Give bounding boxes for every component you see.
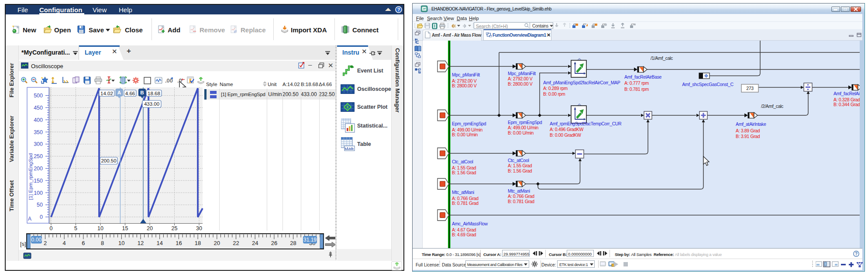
svg-text:Amf_facRelAir: Amf_facRelAir bbox=[834, 91, 860, 96]
svg-text:B: 2800.00 V: B: 2800.00 V bbox=[508, 81, 533, 86]
svg-text:0.00: 0.00 bbox=[31, 237, 42, 243]
svg-text:28: 28 bbox=[290, 240, 296, 246]
svg-text:18.68: 18.68 bbox=[148, 91, 160, 96]
svg-text:A: A bbox=[117, 90, 121, 95]
svg-text:Epm_rpmEngSpd: Epm_rpmEngSpd bbox=[508, 120, 542, 125]
svg-text:B: 0.00 GradKW: B: 0.00 GradKW bbox=[550, 132, 581, 138]
svg-text:100: 100 bbox=[34, 190, 43, 196]
svg-text:10: 10 bbox=[97, 225, 103, 232]
svg-text:B: 1.56 Grad: B: 1.56 Grad bbox=[452, 170, 476, 175]
svg-text:B: 2800.00 V: B: 2800.00 V bbox=[452, 83, 477, 88]
svg-text:B: 0.781 Grad: B: 0.781 Grad bbox=[452, 200, 479, 206]
svg-text:Mpc_pManiFilt: Mpc_pManiFilt bbox=[452, 72, 480, 77]
svg-text:Amc_AirMassFlow: Amc_AirMassFlow bbox=[452, 221, 488, 226]
svg-text:Ctc_atCool: Ctc_atCool bbox=[508, 158, 529, 163]
svg-text:/1/Amf_calc: /1/Amf_calc bbox=[651, 55, 673, 61]
svg-text:12: 12 bbox=[138, 240, 144, 246]
svg-text:Epm_rpmEngSpd: Epm_rpmEngSpd bbox=[452, 121, 486, 126]
svg-text:10: 10 bbox=[118, 240, 124, 246]
svg-text:400: 400 bbox=[34, 117, 43, 123]
svg-text:Amf_shcSpecGasConst_C: Amf_shcSpecGasConst_C bbox=[682, 82, 734, 87]
svg-text:14: 14 bbox=[156, 240, 162, 246]
svg-text:200.50: 200.50 bbox=[101, 158, 116, 163]
svg-text:A: 0.496 GradKW: A: 0.496 GradKW bbox=[550, 127, 583, 132]
svg-text:8: 8 bbox=[101, 240, 104, 246]
svg-text:Ctc_atCool: Ctc_atCool bbox=[452, 159, 473, 164]
svg-text:150: 150 bbox=[34, 178, 43, 184]
svg-text:A: 3.89 Grad: A: 3.89 Grad bbox=[736, 128, 760, 133]
svg-text:Amf_pManiEngSpd2facRelAirCorr_: Amf_pManiEngSpd2facRelAirCorr_MAP bbox=[543, 80, 620, 85]
svg-text:B: B bbox=[140, 90, 144, 95]
svg-text:Amf_atAirIntake: Amf_atAirIntake bbox=[736, 121, 766, 127]
svg-text:B: 0.00 U/min: B: 0.00 U/min bbox=[452, 132, 478, 137]
svg-text:300: 300 bbox=[34, 141, 43, 147]
svg-text:4: 4 bbox=[63, 240, 66, 246]
svg-text:[s]: [s] bbox=[20, 241, 26, 247]
svg-text:[1] Epm_rpmEngSpd: [1] Epm_rpmEngSpd bbox=[28, 153, 33, 200]
svg-text:B: 0.781 rpm: B: 0.781 rpm bbox=[624, 86, 649, 92]
svg-text:20: 20 bbox=[147, 225, 153, 232]
svg-text:24: 24 bbox=[252, 240, 258, 246]
svg-text:20: 20 bbox=[214, 240, 220, 246]
svg-text:2: 2 bbox=[44, 240, 47, 246]
svg-text:?: ? bbox=[855, 252, 858, 256]
svg-text:B: 4.69 Grad: B: 4.69 Grad bbox=[452, 232, 476, 237]
svg-text:5: 5 bbox=[74, 225, 77, 232]
svg-text:B: 0.00 U/min: B: 0.00 U/min bbox=[508, 130, 534, 135]
svg-text:B: 1.56 Grad: B: 1.56 Grad bbox=[508, 168, 532, 173]
svg-text:15: 15 bbox=[122, 225, 128, 232]
svg-text:200: 200 bbox=[34, 166, 43, 172]
svg-text:18: 18 bbox=[195, 240, 201, 246]
svg-text:22: 22 bbox=[233, 240, 239, 246]
svg-text:350: 350 bbox=[34, 129, 43, 135]
svg-text:450: 450 bbox=[34, 105, 43, 111]
svg-text:A: 0.289 rpm: A: 0.289 rpm bbox=[543, 86, 568, 91]
svg-text:0: 0 bbox=[50, 225, 53, 232]
svg-text:A: 0.766 Grad: A: 0.766 Grad bbox=[508, 194, 534, 199]
svg-text:A: A bbox=[28, 216, 31, 222]
svg-text:A: 499.00 U/min: A: 499.00 U/min bbox=[508, 125, 539, 130]
svg-text:Mpc_pManiFilt: Mpc_pManiFilt bbox=[508, 71, 536, 76]
svg-text:/2/Amf_calc: /2/Amf_calc bbox=[761, 104, 783, 109]
svg-text:26: 26 bbox=[271, 240, 277, 246]
svg-text:Amf_facRelAirBase: Amf_facRelAirBase bbox=[624, 74, 662, 79]
svg-text:Mtc_atMani: Mtc_atMani bbox=[452, 190, 474, 195]
svg-text:4.66: 4.66 bbox=[125, 91, 135, 96]
svg-text:A: 0.777 rpm: A: 0.777 rpm bbox=[624, 80, 649, 86]
svg-text:500: 500 bbox=[34, 93, 43, 99]
svg-text:273: 273 bbox=[746, 86, 754, 91]
svg-text:B: 0.344 Grad: B: 0.344 Grad bbox=[834, 102, 860, 107]
svg-text:B: 3.91 Grad: B: 3.91 Grad bbox=[736, 134, 760, 139]
svg-text:0: 0 bbox=[40, 214, 43, 220]
svg-text:A: 1.55 Grad: A: 1.55 Grad bbox=[508, 163, 532, 168]
svg-text:Mtc_atMani: Mtc_atMani bbox=[508, 188, 530, 194]
svg-text:250: 250 bbox=[34, 153, 43, 159]
svg-text:A: 2792.00 V: A: 2792.00 V bbox=[508, 76, 533, 81]
svg-text:30: 30 bbox=[196, 225, 202, 232]
svg-text:Amf_rpmEngSpd2facTempCorr_CUR: Amf_rpmEngSpd2facTempCorr_CUR bbox=[550, 121, 622, 126]
svg-text:31.19: 31.19 bbox=[303, 237, 317, 243]
svg-text:433.00: 433.00 bbox=[144, 101, 159, 107]
svg-text:6: 6 bbox=[82, 240, 85, 246]
svg-text:16: 16 bbox=[176, 240, 182, 246]
svg-text:50: 50 bbox=[37, 202, 43, 208]
svg-text:B: 0.781 Grad: B: 0.781 Grad bbox=[508, 199, 534, 204]
svg-text:14.02: 14.02 bbox=[100, 91, 113, 96]
svg-text:B: 0.00 rpm: B: 0.00 rpm bbox=[543, 91, 565, 97]
svg-text:25: 25 bbox=[172, 225, 178, 232]
